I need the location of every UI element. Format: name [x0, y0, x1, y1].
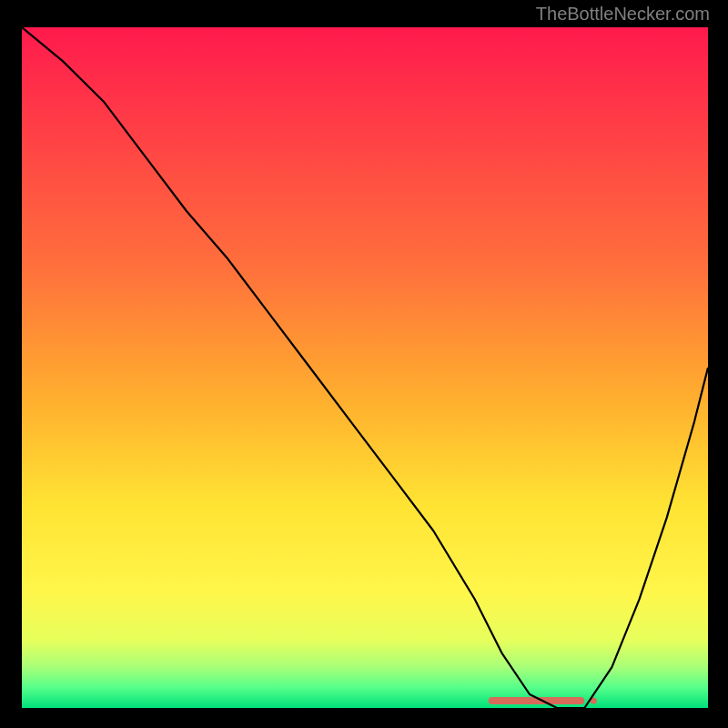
- plot-area: [22, 27, 708, 708]
- chart-container: TheBottleNecker.com: [0, 0, 728, 728]
- chart-svg: [22, 27, 708, 708]
- watermark-text: TheBottleNecker.com: [536, 4, 710, 25]
